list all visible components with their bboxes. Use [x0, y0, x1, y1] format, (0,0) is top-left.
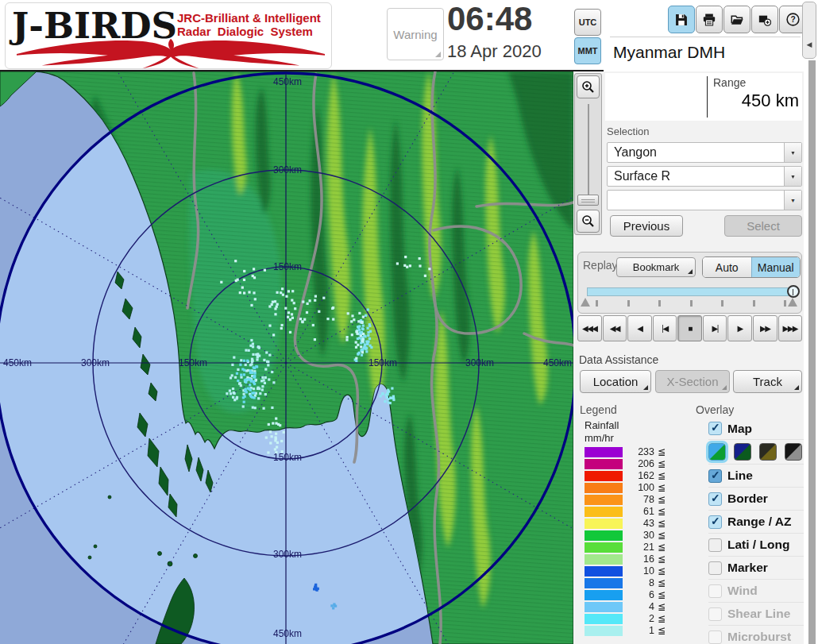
overlay-checkbox[interactable]: ✓ [708, 469, 722, 483]
map-style-blue-green[interactable] [708, 443, 726, 461]
location-button[interactable]: Location [580, 370, 651, 393]
overlay-item[interactable]: ✓ Lati / Long [708, 533, 804, 556]
print-icon [703, 13, 716, 26]
overlay-item[interactable]: ✓ Wind [708, 579, 804, 602]
legend-value: 2 [626, 613, 654, 624]
legend-row: 233 ≦ [585, 446, 673, 458]
range-display: Range 450 km [605, 73, 802, 121]
legend-row: 1 ≦ [585, 625, 673, 637]
range-divider [707, 76, 708, 118]
overlay-checkbox[interactable]: ✓ [708, 492, 722, 506]
legend-symbol: ≦ [658, 482, 666, 493]
legend-swatch [585, 578, 623, 588]
auto-button[interactable]: Auto [703, 257, 751, 277]
overlay-item[interactable]: ✓ Line [708, 464, 804, 487]
overlay-item[interactable]: ✓ Microburst [708, 625, 804, 644]
overlay-item[interactable]: ✓ Range / AZ [708, 510, 804, 533]
legend-value: 16 [626, 553, 654, 565]
legend-row: 4 ≦ [585, 601, 673, 613]
svg-text:450km: 450km [543, 357, 572, 368]
forward-fast-button[interactable]: ▶▶▶ [778, 315, 803, 341]
selection-dropdown[interactable]: Surface R ▼ [607, 166, 802, 187]
zoom-slider-thumb[interactable] [577, 195, 599, 206]
warning-button[interactable]: Warning [387, 8, 444, 60]
legend-swatch [585, 471, 623, 481]
chevron-down-icon[interactable]: ▼ [784, 191, 801, 210]
map-style-black-gray[interactable] [785, 443, 802, 461]
legend-symbol: ≦ [658, 601, 666, 612]
playback-glyph: ▶ [738, 324, 743, 333]
slider-end-marker[interactable] [788, 298, 797, 307]
map-style-navy-darkgreen[interactable] [734, 443, 751, 461]
utc-button[interactable]: UTC [574, 9, 601, 36]
overlay-checkbox[interactable]: ✓ [708, 631, 722, 644]
overlay-item-map[interactable]: ✓ Map [708, 418, 804, 439]
bookmark-button[interactable]: Bookmark [616, 257, 696, 277]
capture-button[interactable] [751, 6, 778, 33]
svg-text:450km: 450km [3, 357, 32, 368]
map-style-dark-olive[interactable] [759, 443, 777, 461]
legend-swatch [585, 602, 623, 612]
playback-glyph: ▶▶ [760, 324, 770, 333]
legend-row: 10 ≦ [585, 565, 673, 577]
overlay-checkbox[interactable]: ✓ [708, 538, 722, 552]
chevron-down-icon[interactable]: ▼ [784, 143, 801, 162]
zoom-slider-track[interactable] [588, 104, 589, 204]
overlay-item[interactable]: ✓ Marker [708, 556, 804, 579]
slider-start-marker[interactable] [581, 298, 590, 307]
play-button[interactable]: ▶ [727, 315, 752, 341]
logo: J-BIRDS JRC-Brilliant & Intelligent Rada… [5, 2, 332, 69]
overlay-checkbox[interactable]: ✓ [708, 607, 722, 621]
rewind-fast-button[interactable]: ◀◀◀ [577, 315, 602, 341]
step-forward-button[interactable]: ▶| [703, 315, 727, 341]
save-button[interactable] [668, 6, 695, 33]
stop-button[interactable]: ■ [677, 315, 702, 341]
selection-dropdown[interactable]: Yangon ▼ [607, 142, 802, 163]
overlay-item-label: Border [727, 492, 768, 506]
replay-panel: Replay Bookmark Auto Manual [577, 252, 802, 314]
playback-glyph: ■ [688, 324, 692, 333]
open-file-button[interactable] [723, 6, 750, 33]
chevron-down-icon[interactable]: ▼ [784, 167, 801, 186]
rewind-button[interactable]: ◀◀ [603, 315, 627, 341]
overlay-checkbox[interactable]: ✓ [708, 515, 722, 529]
forward-button[interactable]: ▶▶ [753, 315, 777, 341]
legend-symbol: ≦ [658, 446, 666, 457]
zoom-in-button[interactable] [577, 75, 600, 98]
panel-collapse-tab[interactable]: ◀ [802, 2, 816, 59]
panel-scroll-rail[interactable] [808, 60, 816, 644]
replay-slider-ticks [596, 300, 786, 307]
replay-slider[interactable] [587, 287, 795, 296]
zoom-out-button[interactable] [577, 210, 600, 233]
overlay-item[interactable]: ✓ Border [708, 487, 804, 510]
radar-map[interactable]: 450km300km150km150km300km450km450km300km… [0, 71, 573, 644]
x-section-button[interactable]: X-Section [655, 370, 730, 393]
replay-slider-thumb[interactable] [787, 285, 800, 298]
svg-text:300km: 300km [273, 164, 302, 175]
track-button[interactable]: Track [733, 370, 802, 393]
playback-glyph: ▶| [712, 324, 717, 333]
overlay-checkbox[interactable]: ✓ [708, 561, 722, 575]
select-button[interactable]: Select [724, 215, 802, 237]
legend-value: 162 [626, 470, 654, 481]
manual-button[interactable]: Manual [751, 257, 801, 277]
previous-button[interactable]: Previous [610, 215, 683, 237]
legend-symbol: ≦ [658, 553, 666, 565]
legend-swatch [585, 554, 623, 565]
legend-swatch [585, 519, 623, 529]
header: J-BIRDS JRC-Brilliant & Intelligent Rada… [0, 0, 818, 71]
playback-glyph: ◀ [637, 324, 642, 333]
legend-symbol: ≦ [658, 589, 666, 600]
svg-text:450km: 450km [273, 628, 302, 639]
print-button[interactable] [696, 6, 723, 33]
reverse-play-button[interactable]: ◀ [627, 315, 652, 341]
mmt-button[interactable]: MMT [574, 37, 601, 64]
overlay-item[interactable]: ✓ Shear Line [708, 602, 804, 625]
selection-dropdown[interactable]: ▼ [607, 190, 802, 210]
step-back-button[interactable]: |◀ [653, 315, 677, 341]
legend-value: 21 [626, 542, 654, 553]
legend-symbol: ≦ [658, 458, 666, 469]
map-checkbox[interactable]: ✓ [708, 422, 722, 435]
legend-swatch [585, 614, 623, 624]
overlay-checkbox[interactable]: ✓ [708, 584, 722, 598]
